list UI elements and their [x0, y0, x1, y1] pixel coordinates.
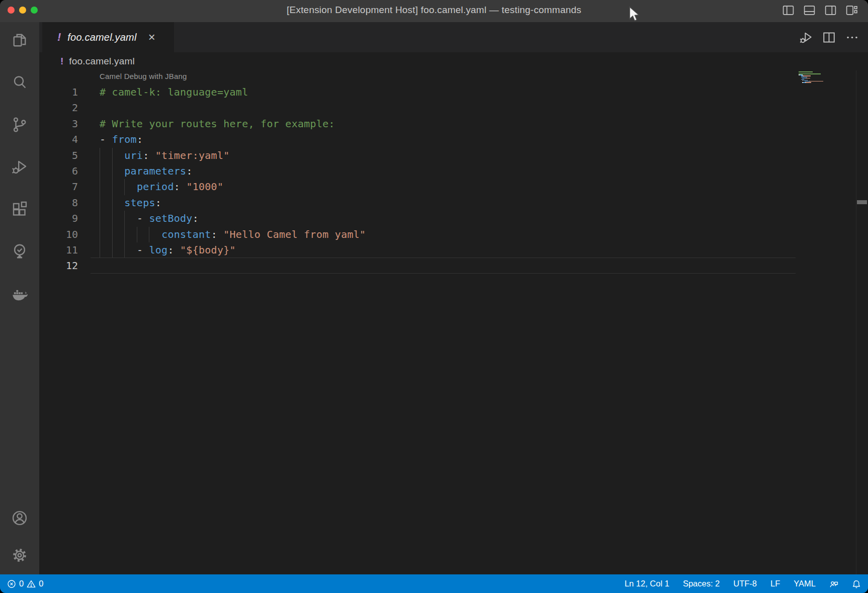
- window-title: [Extension Development Host] foo.camel.y…: [0, 0, 868, 20]
- line-number-6[interactable]: 6: [39, 163, 78, 179]
- code-line-1[interactable]: # camel-k: language=yaml: [100, 84, 248, 100]
- line-number-1[interactable]: 1: [39, 84, 78, 100]
- token-punct: :: [211, 228, 224, 240]
- camel-file-icon: !: [57, 31, 61, 44]
- line-number-3[interactable]: 3: [39, 116, 78, 132]
- token-string: "Hello Camel from yaml": [223, 228, 366, 240]
- code-line-8[interactable]: steps:: [100, 195, 161, 211]
- tab-foo-camel-yaml[interactable]: ! foo.camel.yaml ×: [42, 22, 174, 52]
- breadcrumb[interactable]: ! foo.camel.yaml: [39, 52, 868, 70]
- status-item-label: UTF-8: [733, 579, 757, 588]
- token-punct: -: [137, 212, 149, 224]
- status-item-label: Spaces: 2: [683, 579, 720, 588]
- status-bar-right: Ln 12, Col 1Spaces: 2UTF-8LFYAML: [625, 579, 868, 588]
- token-string: "timer:yaml": [155, 149, 230, 161]
- activity-bar-item-explorer[interactable]: [8, 29, 32, 51]
- status-item-feedback[interactable]: [829, 579, 838, 588]
- customize-layout-button[interactable]: [845, 4, 858, 17]
- more-actions-icon: [845, 30, 859, 45]
- activity-bar-item-source-control[interactable]: [8, 114, 32, 136]
- codelens-camel-debug[interactable]: Camel Debug with JBang: [100, 72, 187, 80]
- status-item-indentation[interactable]: Spaces: 2: [683, 579, 720, 588]
- activity-bar-item-run-and-debug[interactable]: [8, 156, 32, 178]
- status-item-label: YAML: [794, 579, 816, 588]
- status-item-language-mode[interactable]: YAML: [794, 579, 816, 588]
- line-number-4[interactable]: 4: [39, 132, 78, 147]
- warning-count: 0: [39, 579, 43, 588]
- line-number-9[interactable]: 9: [39, 211, 78, 226]
- run-or-debug-button[interactable]: [799, 30, 813, 45]
- testing-icon: [11, 242, 29, 261]
- code-line-4[interactable]: - from:: [100, 132, 143, 147]
- current-line-highlight: [91, 258, 796, 274]
- status-item-notifications[interactable]: [852, 579, 861, 588]
- code-line-3[interactable]: # Write your routes here, for example:: [100, 116, 335, 132]
- activity-bar-item-accounts[interactable]: [8, 507, 32, 529]
- minimap-line-segment: [810, 81, 823, 82]
- token-ws: [100, 228, 161, 240]
- activity-bar-bottom: [0, 507, 39, 566]
- token-key: period: [137, 181, 174, 193]
- token-ws: [100, 212, 137, 224]
- status-item-label: LF: [770, 579, 780, 588]
- token-key: parameters: [124, 165, 186, 177]
- token-key: from: [112, 133, 137, 145]
- code-line-7[interactable]: period: "1000": [100, 179, 223, 195]
- line-number-7[interactable]: 7: [39, 179, 78, 195]
- status-bar-left: 00: [0, 579, 43, 588]
- token-punct: :: [143, 149, 155, 161]
- status-bar: 00 Ln 12, Col 1Spaces: 2UTF-8LFYAML: [0, 574, 868, 593]
- overview-ruler-cursor-marker[interactable]: [857, 200, 867, 204]
- token-string: "${body}": [180, 244, 236, 256]
- docker-icon: [11, 285, 29, 303]
- code-line-10[interactable]: constant: "Hello Camel from yaml": [100, 227, 366, 242]
- run-and-debug-icon: [11, 158, 29, 176]
- code-editor[interactable]: Camel Debug with JBang 1# camel-k: langu…: [39, 70, 868, 574]
- activity-bar-item-settings[interactable]: [8, 544, 32, 566]
- token-key: log: [149, 244, 168, 256]
- status-item-cursor-position[interactable]: Ln 12, Col 1: [625, 579, 669, 588]
- token-comment: # Write your routes here, for example:: [100, 118, 335, 130]
- toggle-panel-button[interactable]: [803, 4, 816, 17]
- token-punct: -: [137, 244, 149, 256]
- token-key: setBody: [149, 212, 193, 224]
- extensions-icon: [11, 200, 29, 218]
- token-punct: :: [174, 181, 187, 193]
- split-editor-button[interactable]: [822, 30, 836, 45]
- activity-bar-item-testing[interactable]: [8, 240, 32, 263]
- explorer-icon: [11, 31, 29, 49]
- tab-close-icon[interactable]: ×: [148, 31, 155, 43]
- code-line-5[interactable]: uri: "timer:yaml": [100, 148, 230, 163]
- run-or-debug-icon: [799, 30, 813, 45]
- line-number-11[interactable]: 11: [39, 242, 78, 258]
- activity-bar-item-docker[interactable]: [8, 283, 32, 305]
- status-item-eol[interactable]: LF: [770, 579, 780, 588]
- line-number-10[interactable]: 10: [39, 227, 78, 242]
- scrollbar-separator: [856, 70, 856, 574]
- problems-status[interactable]: 00: [7, 579, 43, 588]
- more-actions-button[interactable]: [845, 30, 859, 45]
- activity-bar-item-extensions[interactable]: [8, 198, 32, 220]
- line-number-12[interactable]: 12: [39, 258, 78, 274]
- line-number-2[interactable]: 2: [39, 100, 78, 116]
- minimap[interactable]: [799, 71, 855, 87]
- line-number-5[interactable]: 5: [39, 148, 78, 163]
- error-count: 0: [19, 579, 24, 588]
- toggle-primary-sidebar-button[interactable]: [782, 4, 795, 17]
- bell-icon: [852, 579, 861, 588]
- toggle-secondary-sidebar-button[interactable]: [824, 4, 837, 17]
- tab-bar: ! foo.camel.yaml ×: [39, 22, 868, 52]
- token-key: steps: [124, 197, 155, 209]
- activity-bar-item-search[interactable]: [8, 71, 32, 94]
- code-line-11[interactable]: - log: "${body}": [100, 242, 236, 258]
- toggle-primary-sidebar-icon: [782, 4, 795, 17]
- accounts-icon: [11, 509, 29, 527]
- customize-layout-icon: [845, 4, 858, 17]
- code-line-6[interactable]: parameters:: [100, 163, 193, 179]
- code-line-9[interactable]: - setBody:: [100, 211, 199, 226]
- token-string: "1000": [186, 181, 223, 193]
- token-punct: -: [100, 133, 112, 145]
- status-item-encoding[interactable]: UTF-8: [733, 579, 757, 588]
- line-number-8[interactable]: 8: [39, 195, 78, 211]
- error-icon: [7, 579, 16, 588]
